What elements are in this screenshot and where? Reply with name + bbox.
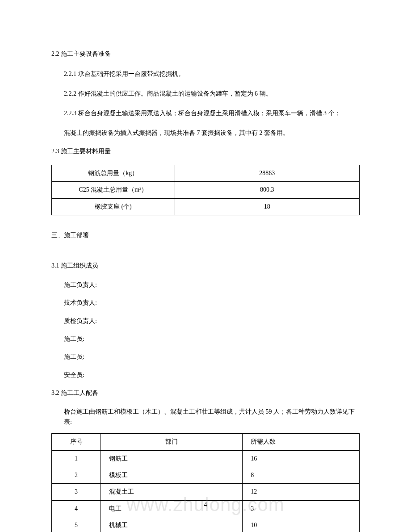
- cell-dept: 机械工: [101, 517, 243, 532]
- cell-dept: 混凝土工: [101, 484, 243, 500]
- table-row: C25 混凝土总用量（m³） 800.3: [52, 182, 360, 198]
- role-construction-lead: 施工负责人:: [64, 280, 360, 290]
- cell-no: 2: [52, 467, 101, 484]
- item-2-2-2: 2.2.2 作好混凝土的供应工作。商品混凝土的运输设备为罐车，暂定为 6 辆。: [64, 88, 360, 100]
- cell-dept: 钢筋工: [101, 450, 243, 467]
- material-label: 橡胶支座 (个): [52, 198, 175, 215]
- cell-no: 1: [52, 450, 101, 467]
- material-label: 钢筋总用量（kg）: [52, 165, 175, 181]
- section-3-2-heading: 3.2 施工工人配备: [51, 388, 360, 398]
- workers-intro: 桥台施工由钢筋工和模板工（木工）、混凝土工和壮工等组成，共计人员 59 人；各工…: [64, 407, 360, 427]
- header-no: 序号: [52, 434, 101, 450]
- section-3-1-heading: 3.1 施工组织成员: [51, 261, 360, 271]
- item-2-2-3-cont: 混凝土的振捣设备为插入式振捣器，现场共准备 7 套振捣设备，其中有 2 套备用。: [64, 127, 360, 139]
- item-2-2-3: 2.2.3 桥台台身混凝土输送采用泵送入模；桥台台身混凝土采用滑槽入模；采用泵车…: [64, 107, 360, 120]
- role-quality-lead: 质检负责人:: [64, 316, 360, 326]
- table-row: 3 混凝土工 12: [52, 484, 360, 500]
- material-value: 18: [175, 198, 359, 215]
- table-header-row: 序号 部门 所需人数: [52, 434, 360, 450]
- header-dept: 部门: [101, 434, 243, 450]
- table-row: 橡胶支座 (个) 18: [52, 198, 360, 215]
- cell-count: 10: [243, 517, 360, 532]
- section-3-heading: 三、施工部署: [51, 230, 360, 240]
- table-row: 1 钢筋工 16: [52, 450, 360, 467]
- cell-count: 8: [243, 467, 360, 484]
- role-safety: 安全员:: [64, 370, 360, 380]
- role-constructor-2: 施工员:: [64, 352, 360, 362]
- material-label: C25 混凝土总用量（m³）: [52, 182, 175, 198]
- item-2-2-1: 2.2.1 承台基础开挖采用一台履带式挖掘机。: [64, 68, 360, 80]
- material-value: 800.3: [175, 182, 359, 198]
- table-row: 2 模板工 8: [52, 467, 360, 484]
- cell-count: 16: [243, 450, 360, 467]
- page-number: 4: [0, 500, 411, 510]
- role-technical-lead: 技术负责人:: [64, 298, 360, 308]
- cell-dept: 模板工: [101, 467, 243, 484]
- table-row: 5 机械工 10: [52, 517, 360, 532]
- materials-table: 钢筋总用量（kg） 28863 C25 混凝土总用量（m³） 800.3 橡胶支…: [51, 165, 360, 215]
- section-2-2-heading: 2.2 施工主要设备准备: [51, 49, 360, 59]
- cell-no: 5: [52, 517, 101, 532]
- cell-count: 12: [243, 484, 360, 500]
- header-count: 所需人数: [243, 434, 360, 450]
- table-row: 钢筋总用量（kg） 28863: [52, 165, 360, 181]
- cell-no: 3: [52, 484, 101, 500]
- role-constructor-1: 施工员:: [64, 334, 360, 344]
- workers-table: 序号 部门 所需人数 1 钢筋工 16 2 模板工 8 3 混凝土工 12 4 …: [51, 433, 360, 532]
- material-value: 28863: [175, 165, 359, 181]
- section-2-3-heading: 2.3 施工主要材料用量: [51, 147, 360, 156]
